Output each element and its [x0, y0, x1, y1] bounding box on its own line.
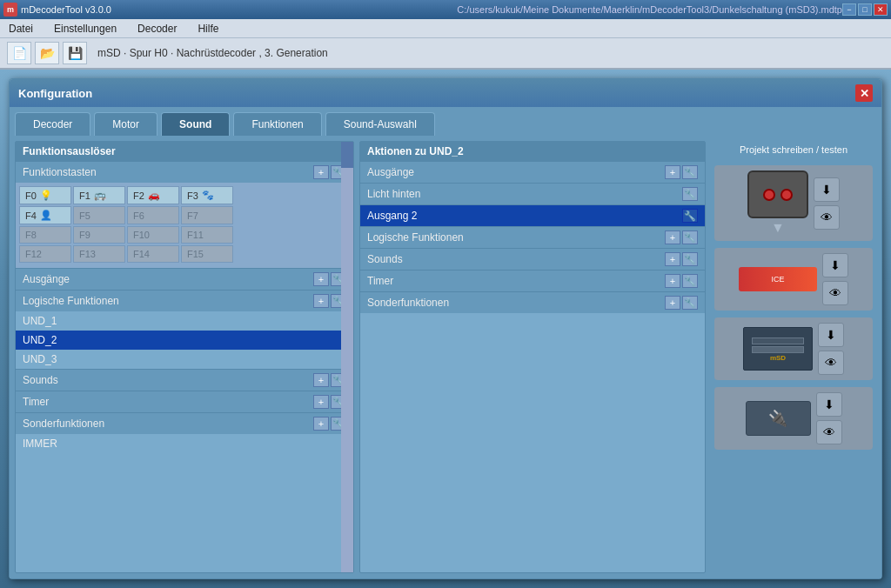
right-logische-add[interactable]: +: [665, 231, 680, 244]
logische-label: Logische Funktionen: [23, 295, 119, 307]
right-ausgaenge-wrench[interactable]: 🔧: [682, 165, 698, 179]
fkey-f11-label: F11: [187, 230, 204, 240]
right-sounds-wrench[interactable]: 🔧: [682, 252, 698, 266]
sidebar-robot-card: ▼ ⬇ 👁: [714, 165, 873, 241]
right-ausgaenge: Ausgänge + 🔧: [360, 161, 705, 183]
tab-motor[interactable]: Motor: [94, 112, 157, 136]
sounds-add-button-left[interactable]: +: [313, 373, 329, 387]
train-download-button[interactable]: ⬇: [822, 253, 848, 277]
fkey-f8-label: F8: [25, 230, 37, 240]
funktionstasten-section: Funktionstasten + 🔧: [16, 161, 353, 183]
right-sounds-add[interactable]: +: [665, 252, 680, 266]
right-timer-add[interactable]: +: [665, 274, 680, 288]
fkey-f3[interactable]: F3 🐾: [181, 186, 233, 204]
funktionstasten-add-button[interactable]: +: [313, 165, 329, 179]
fkey-f0[interactable]: F0 💡: [19, 186, 71, 204]
fkey-f5[interactable]: F5: [73, 206, 125, 224]
left-panel-scrollbar-thumb[interactable]: [341, 142, 353, 168]
right-logische-buttons: + 🔧: [665, 231, 698, 244]
right-sonderfunktionen: Sonderfunktionen + 🔧: [360, 291, 705, 313]
usb-download-button[interactable]: ⬇: [816, 392, 842, 417]
board-download-button[interactable]: ⬇: [818, 323, 844, 347]
dialog-title: Konfiguration: [18, 87, 92, 100]
train-eye-button[interactable]: 👁: [822, 281, 848, 305]
timer-add-button-left[interactable]: +: [313, 395, 329, 409]
tab-funktionen[interactable]: Funktionen: [233, 112, 321, 136]
toolbar: 📄 📂 💾 mSD · Spur H0 · Nachrüstdecoder , …: [0, 38, 891, 70]
fkey-f4-icon: 👤: [40, 210, 52, 221]
sounds-section-left: Sounds + 🔧: [16, 369, 353, 391]
sidebar-board-row: mSD ⬇ 👁: [720, 323, 868, 375]
fkey-f15[interactable]: F15: [181, 245, 233, 263]
tab-decoder[interactable]: Decoder: [15, 112, 90, 136]
save-file-button[interactable]: 💾: [63, 42, 87, 64]
board-eye-button[interactable]: 👁: [818, 351, 844, 375]
dialog-close-button[interactable]: ✕: [855, 84, 873, 102]
robot-eye-button[interactable]: 👁: [814, 205, 840, 230]
usb-eye-button[interactable]: 👁: [816, 420, 842, 444]
fkey-f4[interactable]: F4 👤: [19, 206, 71, 224]
open-file-button[interactable]: 📂: [35, 42, 59, 64]
right-sonderfunktionen-add[interactable]: +: [665, 296, 680, 310]
menu-hilfe[interactable]: Hilfe: [194, 21, 222, 37]
tab-sound-auswahl[interactable]: Sound-Auswahl: [325, 112, 435, 136]
fkey-f6[interactable]: F6: [127, 206, 179, 224]
usb-action-buttons: ⬇ 👁: [816, 392, 842, 444]
right-ausgang2[interactable]: Ausgang 2 🔧: [360, 204, 705, 226]
sounds-label-left: Sounds: [23, 374, 58, 386]
fkey-f14[interactable]: F14: [127, 245, 179, 263]
sidebar-board-card: mSD ⬇ 👁: [714, 317, 873, 380]
list-item-und2[interactable]: UND_2: [16, 331, 353, 350]
fkey-f7[interactable]: F7: [181, 206, 233, 224]
project-label: Projekt schreiben / testen: [714, 144, 873, 155]
close-window-button[interactable]: ✕: [874, 3, 888, 16]
menu-decoder[interactable]: Decoder: [134, 21, 180, 37]
title-text: mDecoderTool v3.0.0: [21, 4, 450, 15]
fkey-f9[interactable]: F9: [73, 226, 125, 244]
sonderfunktionen-add-button-left[interactable]: +: [313, 417, 329, 431]
tabs-container: Decoder Motor Sound Funktionen Sound-Aus…: [10, 107, 881, 136]
dialog-header: Konfiguration ✕: [10, 79, 881, 107]
tab-sound[interactable]: Sound: [161, 112, 230, 136]
fkey-f14-label: F14: [133, 249, 150, 259]
logische-add-button[interactable]: +: [313, 294, 329, 308]
right-licht-hinten-wrench[interactable]: 🔧: [682, 187, 698, 201]
train-icon: ICE: [739, 267, 817, 291]
right-panel-header: Aktionen zu UND_2: [360, 142, 705, 161]
new-file-button[interactable]: 📄: [7, 42, 31, 64]
fkey-f13[interactable]: F13: [73, 245, 125, 263]
train-action-buttons: ⬇ 👁: [822, 253, 848, 305]
funktionstasten-label: Funktionstasten: [23, 166, 97, 178]
sidebar-usb-row: 🔌 ⬇ 👁: [720, 392, 868, 444]
fkey-f3-icon: 🐾: [202, 190, 214, 201]
right-logische-wrench[interactable]: 🔧: [682, 231, 698, 244]
right-ausgang2-wrench[interactable]: 🔧: [682, 209, 698, 223]
right-sonderfunktionen-wrench[interactable]: 🔧: [682, 296, 698, 310]
right-ausgaenge-add[interactable]: +: [665, 165, 680, 179]
ausgaenge-add-button[interactable]: +: [313, 272, 329, 286]
menu-datei[interactable]: Datei: [5, 21, 37, 37]
right-sonderfunktionen-buttons: + 🔧: [665, 296, 698, 310]
fkey-f10[interactable]: F10: [127, 226, 179, 244]
decoder-board-icon: mSD: [743, 327, 813, 371]
fkey-f0-icon: 💡: [40, 190, 52, 201]
minimize-button[interactable]: −: [842, 3, 856, 16]
fkey-f11[interactable]: F11: [181, 226, 233, 244]
list-item-immer[interactable]: IMMER: [16, 434, 353, 453]
list-item-und1[interactable]: UND_1: [16, 311, 353, 331]
fkey-f15-label: F15: [187, 249, 204, 259]
list-item-und3[interactable]: UND_3: [16, 350, 353, 369]
ausgaenge-section-left: Ausgänge + 🔧: [16, 268, 353, 290]
fkey-f12[interactable]: F12: [19, 245, 71, 263]
left-panel-scrollbar[interactable]: [341, 142, 353, 572]
right-timer-wrench[interactable]: 🔧: [682, 274, 698, 288]
right-panel: Aktionen zu UND_2 Ausgänge + 🔧 Licht hin…: [359, 141, 706, 573]
robot-download-button[interactable]: ⬇: [814, 177, 840, 202]
timer-section-left: Timer + 🔧: [16, 391, 353, 412]
usb-icon: 🔌: [746, 401, 811, 436]
restore-button[interactable]: □: [858, 3, 872, 16]
fkey-f8[interactable]: F8: [19, 226, 71, 244]
fkey-f1[interactable]: F1 🚌: [73, 186, 125, 204]
menu-einstellungen[interactable]: Einstellungen: [50, 21, 120, 37]
fkey-f2[interactable]: F2 🚗: [127, 186, 179, 204]
